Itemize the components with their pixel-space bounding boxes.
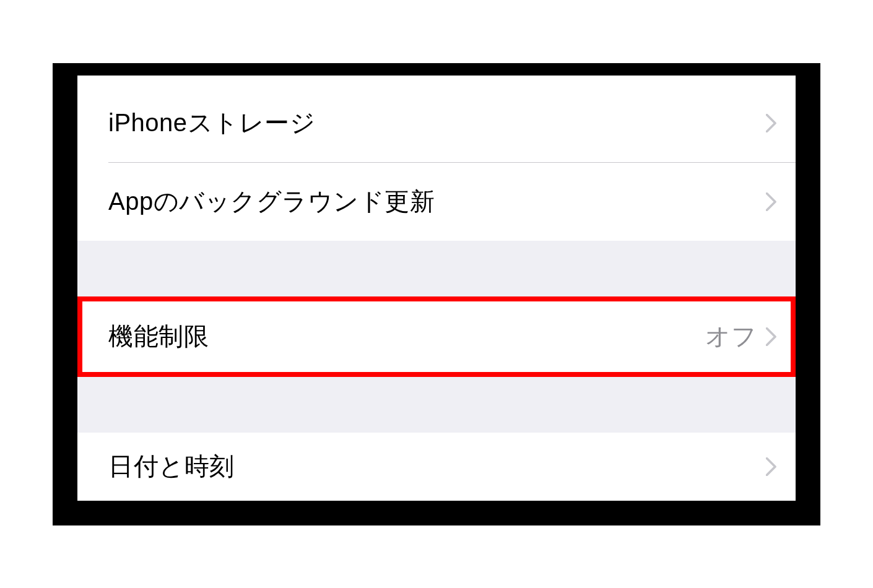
row-background-app-refresh[interactable]: Appのバックグラウンド更新 xyxy=(77,163,796,241)
row-label: 機能制限 xyxy=(108,319,705,353)
partial-row-top xyxy=(77,76,796,84)
row-restrictions[interactable]: 機能制限 オフ xyxy=(77,298,796,376)
settings-group-datetime: 日付と時刻 xyxy=(77,433,796,501)
settings-group-restrictions: 機能制限 オフ xyxy=(77,298,796,376)
settings-group-general: iPhoneストレージ Appのバックグラウンド更新 xyxy=(77,84,796,241)
chevron-right-icon xyxy=(766,457,777,476)
row-value: オフ xyxy=(705,319,757,353)
group-gap xyxy=(77,376,796,433)
group-gap xyxy=(77,241,796,298)
row-label: 日付と時刻 xyxy=(108,449,766,483)
row-iphone-storage[interactable]: iPhoneストレージ xyxy=(77,84,796,162)
device-frame: iPhoneストレージ Appのバックグラウンド更新 機能制限 オフ xyxy=(53,63,820,525)
row-date-time[interactable]: 日付と時刻 xyxy=(77,433,796,501)
chevron-right-icon xyxy=(766,327,777,346)
settings-screen: iPhoneストレージ Appのバックグラウンド更新 機能制限 オフ xyxy=(77,76,796,501)
row-label: Appのバックグラウンド更新 xyxy=(108,184,766,218)
row-label: iPhoneストレージ xyxy=(108,106,766,140)
chevron-right-icon xyxy=(766,192,777,211)
chevron-right-icon xyxy=(766,114,777,132)
